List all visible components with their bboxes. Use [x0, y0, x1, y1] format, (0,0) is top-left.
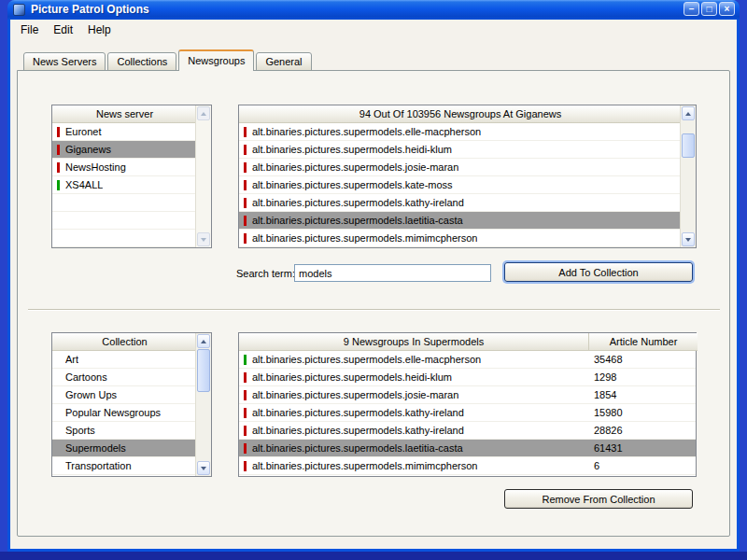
list-item[interactable]: Giganews	[52, 141, 195, 159]
list-item[interactable]: Art	[52, 351, 195, 369]
server-label: Giganews	[65, 144, 111, 155]
scroll-up-button[interactable]	[682, 106, 695, 120]
tab-collections[interactable]: Collections	[107, 52, 176, 71]
close-button[interactable]: ×	[719, 2, 735, 16]
window-title: Picture Patrol Options	[31, 3, 149, 16]
server-label: Euronet	[65, 126, 102, 137]
list-item[interactable]: Popular Newsgroups	[52, 404, 195, 422]
tab-general[interactable]: General	[256, 52, 311, 71]
scroll-up-icon	[201, 112, 206, 116]
article-number: 6	[586, 460, 599, 471]
status-indicator	[244, 198, 247, 208]
status-indicator	[57, 162, 60, 173]
scroll-down-button[interactable]	[682, 232, 695, 246]
newsgroup-label: alt.binaries.pictures.supermodels.laetit…	[252, 442, 586, 454]
list-item[interactable]: alt.binaries.pictures.supermodels.josie-…	[239, 159, 680, 176]
menu-edit[interactable]: Edit	[46, 21, 80, 38]
collection-label: Sports	[65, 425, 95, 436]
list-item[interactable]: alt.binaries.pictures.supermodels.josie-…	[239, 386, 696, 404]
newsgroup-label: alt.binaries.pictures.supermodels.heidi-…	[252, 144, 452, 155]
list-item[interactable]: alt.binaries.pictures.supermodels.kathy-…	[239, 404, 696, 422]
newsgroups-list: 94 Out Of 103956 Newsgroups At Giganews …	[238, 105, 697, 248]
list-item[interactable]: alt.binaries.pictures.supermodels.kathy-…	[239, 422, 696, 440]
newsgroup-label: alt.binaries.pictures.supermodels.kathy-…	[252, 425, 586, 436]
scrollbar-thumb[interactable]	[197, 349, 210, 392]
list-item[interactable]: alt.binaries.pictures.supermodels.kathy-…	[239, 194, 680, 212]
list-item[interactable]: Transportation	[52, 457, 195, 475]
vertical-scrollbar[interactable]	[195, 105, 211, 247]
list-item[interactable]: XS4ALL	[52, 176, 195, 194]
scroll-down-button[interactable]	[197, 461, 210, 475]
list-item[interactable]: alt.binaries.pictures.supermodels.elle-m…	[239, 123, 680, 141]
menu-file[interactable]: File	[13, 21, 46, 38]
newsgroup-label: alt.binaries.pictures.supermodels.elle-m…	[252, 354, 586, 365]
collection-newsgroups-list: 9 Newsgroups In Supermodels Article Numb…	[238, 332, 697, 477]
newsgroups-list-header[interactable]: 94 Out Of 103956 Newsgroups At Giganews	[239, 105, 682, 123]
list-item[interactable]: Grown Ups	[52, 386, 195, 404]
scroll-up-button[interactable]	[197, 106, 210, 120]
scroll-up-icon	[685, 112, 691, 116]
article-number-header[interactable]: Article Number	[588, 333, 698, 351]
tab-news-servers[interactable]: News Servers	[23, 52, 106, 71]
maximize-button[interactable]: □	[701, 2, 717, 16]
add-to-collection-button[interactable]: Add To Collection	[504, 262, 693, 282]
empty-row	[52, 230, 195, 247]
remove-from-collection-button[interactable]: Remove From Collection	[504, 489, 693, 509]
empty-row	[52, 212, 195, 230]
server-label: XS4ALL	[65, 179, 103, 190]
tab-newsgroups[interactable]: Newsgroups	[178, 49, 254, 71]
indicator-placeholder	[57, 372, 60, 383]
scroll-up-button[interactable]	[197, 334, 210, 348]
search-input[interactable]	[294, 264, 491, 282]
minimize-button[interactable]: –	[684, 2, 699, 16]
collection-newsgroups-header[interactable]: 9 Newsgroups In Supermodels	[239, 333, 588, 351]
article-number: 61431	[586, 442, 623, 454]
indicator-placeholder	[57, 408, 60, 418]
scrollbar-thumb[interactable]	[682, 133, 695, 158]
status-indicator	[57, 127, 60, 137]
desktop: Picture Patrol Options – □ × File Edit H…	[0, 0, 747, 560]
list-item[interactable]: alt.binaries.pictures.supermodels.laetit…	[239, 212, 680, 230]
list-item[interactable]: Cartoons	[52, 369, 195, 386]
list-item[interactable]: NewsHosting	[52, 159, 195, 176]
newsgroup-label: alt.binaries.pictures.supermodels.heidi-…	[252, 371, 586, 383]
status-indicator	[244, 408, 247, 418]
newsgroup-label: alt.binaries.pictures.supermodels.mimimc…	[252, 460, 586, 471]
collection-newsgroups-rows: alt.binaries.pictures.supermodels.elle-m…	[239, 351, 696, 476]
app-window: Picture Patrol Options – □ × File Edit H…	[7, 0, 740, 552]
newsgroup-label: alt.binaries.pictures.supermodels.laetit…	[252, 215, 463, 226]
list-item[interactable]: Sports	[52, 422, 195, 440]
news-server-list-header[interactable]: News server	[52, 105, 197, 123]
newsgroup-label: alt.binaries.pictures.supermodels.kate-m…	[252, 179, 453, 190]
newsgroups-rows: alt.binaries.pictures.supermodels.elle-m…	[239, 123, 680, 247]
status-indicator	[244, 127, 247, 137]
status-indicator	[57, 145, 60, 155]
indicator-placeholder	[57, 461, 60, 471]
scroll-down-button[interactable]	[197, 232, 210, 246]
list-item[interactable]: alt.binaries.pictures.supermodels.elle-m…	[239, 351, 696, 369]
vertical-scrollbar[interactable]	[680, 105, 696, 247]
scroll-down-icon	[201, 467, 206, 470]
list-item[interactable]: alt.binaries.pictures.supermodels.heidi-…	[239, 369, 696, 386]
vertical-scrollbar[interactable]	[195, 333, 211, 476]
menu-bar: File Edit Help	[10, 20, 737, 39]
collection-label: Cartoons	[65, 371, 107, 383]
indicator-placeholder	[57, 443, 60, 454]
window-controls: – □ ×	[684, 2, 735, 16]
separator	[28, 309, 720, 311]
title-bar[interactable]: Picture Patrol Options – □ ×	[7, 0, 740, 20]
list-item[interactable]: alt.binaries.pictures.supermodels.laetit…	[239, 440, 696, 457]
list-item[interactable]: alt.binaries.pictures.supermodels.kate-m…	[239, 176, 680, 194]
list-item[interactable]: alt.binaries.pictures.supermodels.mimimc…	[239, 457, 696, 475]
collection-list-header[interactable]: Collection	[52, 333, 197, 351]
empty-row	[52, 194, 195, 212]
article-number: 15980	[586, 407, 623, 418]
menu-help[interactable]: Help	[80, 21, 119, 38]
list-item[interactable]: alt.binaries.pictures.supermodels.mimimc…	[239, 230, 680, 247]
scroll-down-icon	[685, 238, 691, 242]
list-item[interactable]: Euronet	[52, 123, 195, 141]
list-item[interactable]: alt.binaries.pictures.supermodels.heidi-…	[239, 141, 680, 159]
collection-label: Art	[65, 354, 78, 365]
list-item[interactable]: Supermodels	[52, 440, 195, 457]
article-number: 1298	[586, 371, 616, 383]
